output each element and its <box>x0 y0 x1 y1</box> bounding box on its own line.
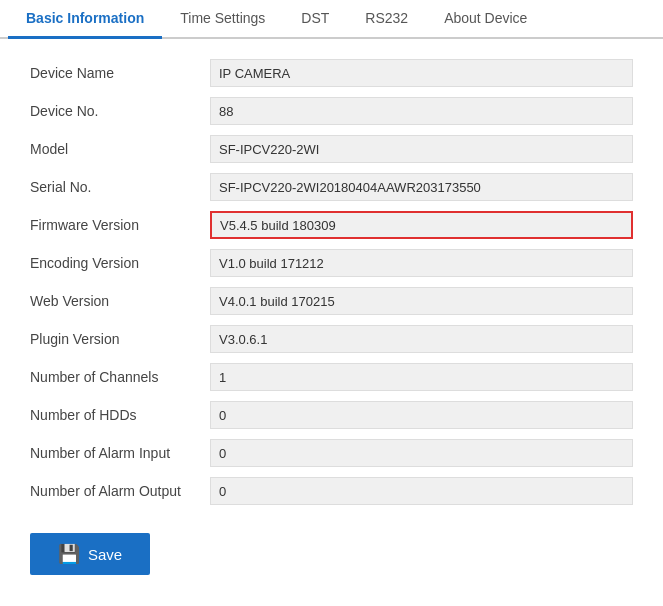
tab-bar: Basic InformationTime SettingsDSTRS232Ab… <box>0 0 663 39</box>
field-value-5: V1.0 build 171212 <box>210 249 633 277</box>
tab-dst[interactable]: DST <box>283 0 347 39</box>
field-value-8: 1 <box>210 363 633 391</box>
field-value-10: 0 <box>210 439 633 467</box>
field-label-7: Plugin Version <box>30 331 210 347</box>
form-row-3: Serial No.SF-IPCV220-2WI20180404AAWR2031… <box>30 173 633 201</box>
form-row-6: Web VersionV4.0.1 build 170215 <box>30 287 633 315</box>
save-button-container: 💾 Save <box>30 533 633 575</box>
field-value-4: V5.4.5 build 180309 <box>210 211 633 239</box>
field-label-8: Number of Channels <box>30 369 210 385</box>
form-fields: Device NameIP CAMERADevice No.88ModelSF-… <box>30 59 633 505</box>
field-label-6: Web Version <box>30 293 210 309</box>
field-label-1: Device No. <box>30 103 210 119</box>
form-row-11: Number of Alarm Output0 <box>30 477 633 505</box>
field-label-9: Number of HDDs <box>30 407 210 423</box>
form-row-7: Plugin VersionV3.0.6.1 <box>30 325 633 353</box>
form-row-5: Encoding VersionV1.0 build 171212 <box>30 249 633 277</box>
form-row-9: Number of HDDs0 <box>30 401 633 429</box>
form-row-1: Device No.88 <box>30 97 633 125</box>
form-row-8: Number of Channels1 <box>30 363 633 391</box>
field-label-10: Number of Alarm Input <box>30 445 210 461</box>
field-label-4: Firmware Version <box>30 217 210 233</box>
form-row-2: ModelSF-IPCV220-2WI <box>30 135 633 163</box>
content-area: Device NameIP CAMERADevice No.88ModelSF-… <box>0 39 663 595</box>
form-row-10: Number of Alarm Input0 <box>30 439 633 467</box>
field-label-5: Encoding Version <box>30 255 210 271</box>
field-value-0: IP CAMERA <box>210 59 633 87</box>
field-value-6: V4.0.1 build 170215 <box>210 287 633 315</box>
tab-time-settings[interactable]: Time Settings <box>162 0 283 39</box>
save-button-label: Save <box>88 546 122 563</box>
field-value-1: 88 <box>210 97 633 125</box>
tab-basic-information[interactable]: Basic Information <box>8 0 162 39</box>
save-icon: 💾 <box>58 543 80 565</box>
field-value-3: SF-IPCV220-2WI20180404AAWR203173550 <box>210 173 633 201</box>
tab-rs232[interactable]: RS232 <box>347 0 426 39</box>
field-label-11: Number of Alarm Output <box>30 483 210 499</box>
field-label-2: Model <box>30 141 210 157</box>
form-row-0: Device NameIP CAMERA <box>30 59 633 87</box>
field-value-7: V3.0.6.1 <box>210 325 633 353</box>
field-value-2: SF-IPCV220-2WI <box>210 135 633 163</box>
save-button[interactable]: 💾 Save <box>30 533 150 575</box>
form-row-4: Firmware VersionV5.4.5 build 180309 <box>30 211 633 239</box>
field-value-11: 0 <box>210 477 633 505</box>
field-label-0: Device Name <box>30 65 210 81</box>
field-label-3: Serial No. <box>30 179 210 195</box>
field-value-9: 0 <box>210 401 633 429</box>
tab-about-device[interactable]: About Device <box>426 0 545 39</box>
